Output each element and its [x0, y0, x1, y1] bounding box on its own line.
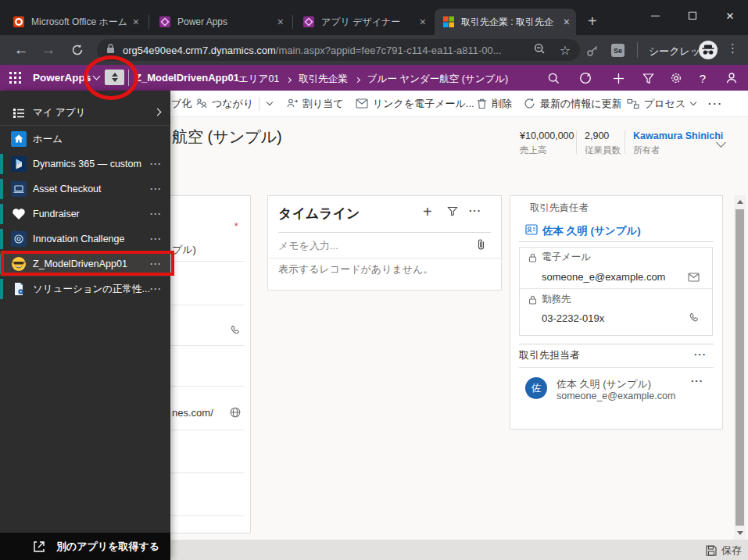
item-more-icon[interactable]: ··· [150, 159, 162, 169]
contact-email[interactable]: someone_e@example.com [557, 391, 675, 401]
password-key-icon[interactable] [586, 44, 599, 60]
item-more-icon[interactable]: ··· [150, 284, 162, 294]
item-more-icon[interactable]: ··· [150, 209, 162, 219]
command-fragment[interactable]: ブ化 [171, 91, 191, 116]
phone-field-value[interactable]: 03-2232-019x [542, 312, 604, 324]
stat-separator [576, 130, 577, 154]
tab-title: Power Apps [177, 16, 271, 27]
note-input[interactable]: メモを入力... [278, 239, 338, 253]
phone-icon[interactable] [230, 325, 241, 339]
url-text: org54e90ee4.crm7.dynamics.com/main.aspx?… [123, 45, 534, 56]
tab-power-apps[interactable]: Power Apps × [151, 9, 290, 35]
scroll-up-icon[interactable] [737, 200, 743, 204]
my-apps-header[interactable]: マイ アプリ [0, 101, 170, 125]
tab-office-home[interactable]: Microsoft Office ホーム × [5, 9, 145, 35]
scroll-down-icon[interactable] [737, 531, 743, 535]
tab-close-icon[interactable]: × [564, 16, 570, 27]
app-accent-bar [0, 279, 3, 299]
breadcrumb-area[interactable]: エリア01 [238, 73, 279, 86]
item-more-icon[interactable]: ··· [150, 234, 162, 244]
microsoft-favicon-icon [442, 16, 455, 28]
save-label: 保存 [721, 544, 742, 558]
reload-button[interactable] [66, 35, 89, 65]
timeline-more-icon[interactable]: ··· [469, 205, 481, 216]
paperclip-icon[interactable] [477, 239, 485, 254]
gear-icon[interactable] [669, 71, 683, 85]
current-app-name[interactable]: Z_ModelDrivenApp01 [135, 72, 239, 84]
sidebar-item-asset-checkout[interactable]: Asset Checkout ··· [0, 177, 170, 202]
breadcrumb-record[interactable]: ブルー ヤンダー航空 (サンプル) [367, 73, 508, 86]
send-email-icon[interactable] [688, 271, 700, 285]
get-more-apps-button[interactable]: 別のアプリを取得する [0, 533, 170, 560]
timeline-add-icon[interactable]: + [423, 203, 432, 221]
lock-icon [528, 251, 537, 266]
breadcrumb-chevron-icon [355, 77, 360, 82]
email-field-label: 電子メール [542, 251, 591, 264]
sidebar-item-innovation-challenge[interactable]: Innovation Challenge ··· [0, 226, 170, 251]
contact-more-icon[interactable]: ··· [691, 375, 703, 387]
tab-close-icon[interactable]: × [277, 16, 284, 27]
innovation-challenge-icon [11, 231, 27, 247]
phone-icon[interactable] [689, 312, 700, 326]
close-button[interactable]: × [712, 0, 748, 31]
maximize-button[interactable] [675, 0, 710, 31]
globe-icon[interactable] [230, 407, 241, 421]
minimize-button[interactable] [637, 0, 673, 31]
search-icon[interactable] [546, 71, 560, 85]
item-more-icon[interactable]: ··· [150, 184, 162, 194]
fundraiser-icon [11, 206, 27, 222]
delete-command[interactable]: 削除 [477, 91, 512, 116]
command-overflow[interactable]: ··· [708, 91, 723, 116]
stat-owner-value[interactable]: Kawamura Shinichi [633, 130, 723, 141]
tab-close-icon[interactable]: × [133, 16, 139, 27]
browser-menu-icon[interactable]: ⋮ [727, 41, 739, 55]
back-button[interactable]: ← [9, 35, 33, 65]
tab-separator [149, 15, 149, 29]
process-chevron-icon[interactable] [691, 91, 696, 116]
help-icon[interactable]: ? [696, 71, 710, 85]
contact-card-icon [525, 224, 538, 238]
filter-icon[interactable] [641, 71, 655, 85]
bookmark-star-icon[interactable]: ☆ [560, 43, 571, 58]
refresh-command[interactable]: 最新の情報に更新 [524, 91, 622, 116]
secondary-more-icon[interactable]: ··· [694, 348, 707, 360]
office-favicon-icon [13, 16, 25, 28]
scrollbar-thumb[interactable] [735, 209, 744, 526]
connections-chevron-icon[interactable] [267, 91, 272, 116]
sidebar-item-home[interactable]: ホーム [0, 127, 170, 152]
forward-button[interactable]: → [37, 35, 60, 65]
minimize-icon [651, 16, 660, 16]
plus-icon[interactable] [611, 71, 625, 85]
contact-name[interactable]: 佐本 久明 (サンプル) [557, 377, 651, 391]
zoom-out-icon[interactable] [534, 43, 546, 58]
stat-revenue-value: ¥10,000,000 [520, 130, 574, 141]
tab-app-designer[interactable]: アプリ デザイナー × [295, 9, 432, 35]
new-tab-button[interactable]: + [588, 12, 597, 30]
primary-contact-link[interactable]: 佐本 久明 (サンプル) [542, 224, 641, 238]
timeline-filter-icon[interactable] [447, 206, 458, 220]
tab-close-icon[interactable]: × [420, 16, 426, 27]
sidebar-item-solution-health[interactable]: ソリューションの正常性... ··· [0, 276, 170, 301]
stat-employees-label: 従業員数 [585, 144, 621, 156]
home-icon [11, 131, 27, 147]
user-icon[interactable] [725, 71, 739, 85]
app-accent-bar [0, 179, 3, 199]
assign-command[interactable]: 割り当て [286, 91, 344, 116]
waffle-icon[interactable] [9, 72, 21, 84]
email-link-command[interactable]: リンクを電子メール... [356, 91, 474, 116]
brand-title: PowerApps [33, 72, 91, 84]
dynamics365-icon [11, 156, 27, 172]
process-command[interactable]: プロセス [627, 91, 685, 116]
sidebar-item-fundraiser[interactable]: Fundraiser ··· [0, 202, 170, 226]
app-list-icon [11, 105, 27, 121]
sidebar-item-dynamics365[interactable]: Dynamics 365 — custom ··· [0, 152, 170, 177]
connections-command[interactable]: つながり [195, 91, 253, 116]
quick-actions-icon[interactable] [578, 71, 592, 85]
tab-accounts-active[interactable]: 取引先企業 : 取引先企 × [435, 9, 576, 35]
breadcrumb-entity[interactable]: 取引先企業 [299, 73, 348, 86]
contact-avatar[interactable]: 佐 [525, 377, 547, 399]
email-field-value[interactable]: someone_e@example.com [542, 271, 665, 283]
address-bar[interactable]: org54e90ee4.crm7.dynamics.com/main.aspx?… [97, 39, 580, 61]
extension-badge[interactable]: Se [611, 44, 625, 57]
save-button[interactable]: 保存 [706, 544, 742, 558]
